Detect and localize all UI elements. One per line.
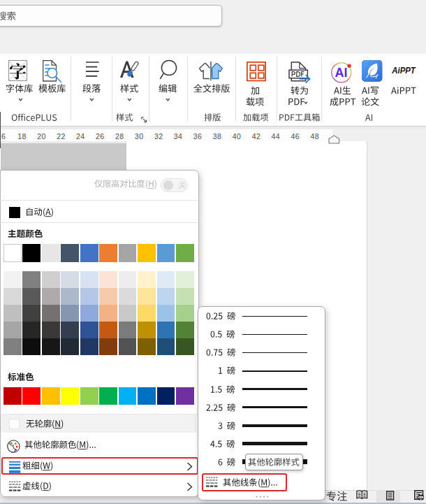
svg-text:AI: AI <box>335 65 348 79</box>
